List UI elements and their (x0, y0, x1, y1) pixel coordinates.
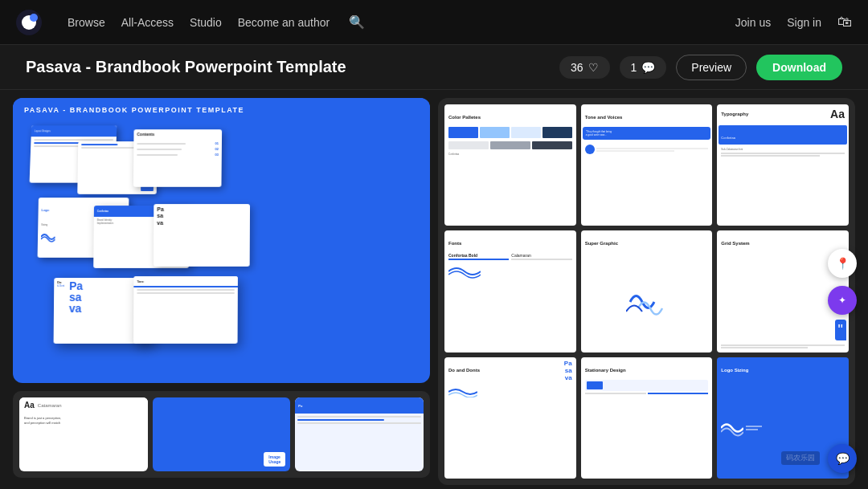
slides-3d: Layout Designs (13, 117, 430, 383)
message-icon: 💬 (836, 452, 850, 465)
grid-slide-fonts[interactable]: Fonts Confortaa Bold Calamaran (444, 230, 576, 352)
bottom-preview: Aa Catamaran Brand is just a perception,… (13, 391, 430, 478)
page-title: Pasava - Brandbook Powerpoint Template (26, 58, 346, 76)
grid-slide-color-palletes[interactable]: Color Palletes Confortaa (444, 104, 576, 226)
grid-slide-do-donts[interactable]: Do and Donts Pa sa va (444, 357, 576, 479)
main-preview: PASAVA - BRANDBOOK POWERPOINT TEMPLATE L… (13, 98, 430, 383)
pin-float-button[interactable]: 📍 (828, 249, 857, 278)
heart-icon: ♡ (588, 61, 599, 74)
nav-browse[interactable]: Browse (68, 16, 105, 29)
pin-icon: 📍 (836, 257, 850, 270)
cart-icon[interactable]: 🛍 (837, 14, 852, 31)
sign-in-link[interactable]: Sign in (787, 16, 821, 29)
right-slides-grid: Color Palletes Confortaa Tone and Voices (438, 98, 855, 485)
chat-icon: ✦ (838, 295, 846, 306)
nav-all-access[interactable]: All-Access (121, 16, 174, 29)
comment-count: 1 (631, 61, 637, 74)
slide-card-6: Pasava (154, 204, 250, 267)
like-count: 36 (571, 61, 583, 74)
grid-slide-stationary[interactable]: Stationary Design (581, 357, 713, 479)
preview-button[interactable]: Preview (676, 55, 747, 80)
grid-slide-grid-system[interactable]: Grid System " (717, 230, 849, 352)
navbar: Browse All-Access Studio Become an autho… (0, 0, 868, 45)
like-button[interactable]: 36 ♡ (559, 56, 610, 79)
thumb-3[interactable]: Po (295, 397, 424, 471)
comment-button[interactable]: 1 💬 (620, 56, 667, 79)
search-icon[interactable]: 🔍 (349, 14, 365, 30)
slide-card-3: Contents 01 02 03 (133, 129, 222, 187)
logo[interactable] (16, 10, 42, 35)
download-button[interactable]: Download (756, 55, 842, 80)
grid-slide-super-graphic[interactable]: Super Graphic (581, 230, 713, 352)
title-bar: Pasava - Brandbook Powerpoint Template 3… (0, 45, 868, 90)
comment-icon: 💬 (641, 61, 655, 74)
chat-float-button[interactable]: ✦ (828, 286, 857, 315)
nav-become-author[interactable]: Become an author (238, 16, 330, 29)
title-actions: 36 ♡ 1 💬 Preview Download (559, 55, 842, 80)
join-us-link[interactable]: Join us (735, 16, 771, 29)
watermark: 码农乐园 (781, 451, 820, 465)
message-float-button[interactable]: 💬 (828, 444, 857, 473)
grid-slide-tone-voices[interactable]: Tone and Voices "They thought that being… (581, 104, 713, 226)
preview-title: PASAVA - BRANDBOOK POWERPOINT TEMPLATE (13, 98, 430, 117)
thumb-1[interactable]: Aa Catamaran Brand is just a perception,… (19, 397, 148, 471)
slide-card-8: Taro (133, 276, 238, 344)
nav-right: Join us Sign in 🛍 (735, 14, 852, 31)
thumb-2[interactable]: ImageUsage (153, 397, 291, 471)
grid-slide-typography[interactable]: Typography Aa Confortaa Sub-Calamaran fo… (717, 104, 849, 226)
nav-studio[interactable]: Studio (190, 16, 222, 29)
nav-links: Browse All-Access Studio Become an autho… (68, 14, 365, 30)
